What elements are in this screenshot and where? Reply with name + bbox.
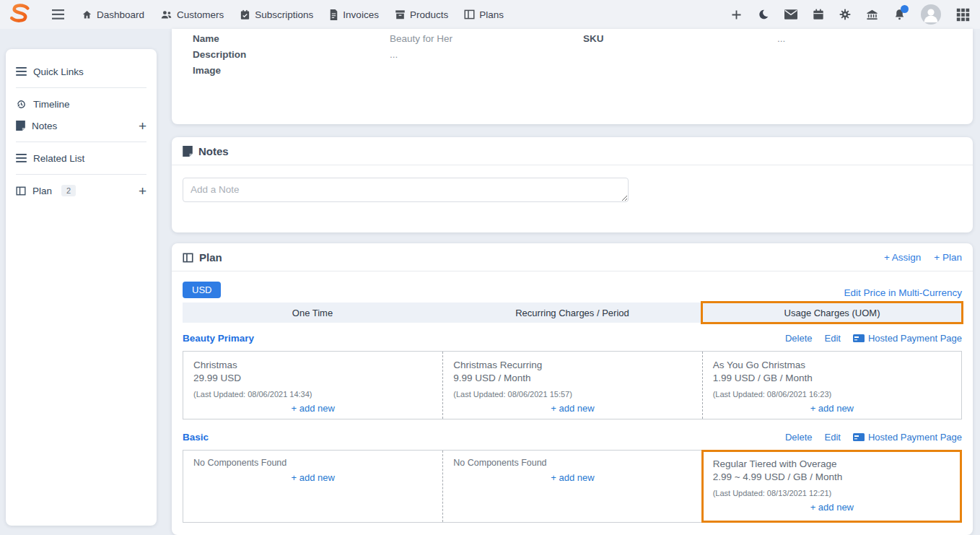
- tab-one-time[interactable]: One Time: [183, 303, 442, 323]
- add-new-link[interactable]: + add new: [453, 472, 691, 483]
- navbar-actions: [730, 4, 970, 25]
- nav-item-customers[interactable]: Customers: [160, 9, 224, 20]
- add-new-link[interactable]: + add new: [453, 403, 691, 414]
- edit-plan-link[interactable]: Edit: [825, 333, 841, 344]
- add-new-link[interactable]: + add new: [713, 502, 951, 513]
- add-button[interactable]: [730, 9, 743, 21]
- component-cell-empty: No Components Found + add new: [442, 451, 701, 522]
- gear-icon[interactable]: [839, 9, 851, 20]
- plan-group-header: Basic Delete Edit Hosted Payment Page: [183, 432, 962, 443]
- component-price: 1.99 USD / GB / Month: [713, 372, 951, 385]
- product-sku-label: SKU: [583, 32, 777, 45]
- mail-icon[interactable]: [784, 9, 797, 19]
- new-plan-link[interactable]: + Plan: [934, 252, 962, 263]
- no-components-label: No Components Found: [453, 458, 691, 468]
- component-cell: Christmas 29.99 USD (Last Updated: 08/06…: [183, 352, 442, 419]
- component-price: 29.99 USD: [193, 372, 432, 385]
- component-name: Regular Tiered with Overage: [713, 458, 951, 471]
- add-new-link[interactable]: + add new: [193, 403, 432, 414]
- component-price: 2.99 ~ 4.99 USD / GB / Month: [713, 471, 951, 484]
- history-icon: [16, 99, 27, 110]
- credit-card-icon: [853, 433, 865, 441]
- user-avatar[interactable]: [921, 4, 941, 25]
- invoice-icon: [329, 9, 338, 20]
- nav-item-dashboard[interactable]: Dashboard: [82, 9, 144, 20]
- quick-links-header[interactable]: Quick Links: [16, 61, 146, 82]
- sidebar-item-timeline[interactable]: Timeline: [16, 93, 146, 115]
- columns-icon: [16, 186, 26, 196]
- notification-dot: [901, 5, 909, 13]
- tab-usage-charges[interactable]: Usage Charges (UOM): [702, 303, 962, 323]
- delete-plan-link[interactable]: Delete: [785, 333, 813, 344]
- notes-card: Notes: [172, 137, 973, 232]
- component-cell: Christmas Recurring 9.99 USD / Month (La…: [442, 352, 701, 419]
- hosted-payment-page-link[interactable]: Hosted Payment Page: [853, 432, 962, 443]
- hosted-payment-page-link[interactable]: Hosted Payment Page: [853, 333, 962, 344]
- app-logo[interactable]: [7, 2, 32, 27]
- add-note-button[interactable]: +: [139, 119, 146, 133]
- product-name-label: Name: [193, 32, 390, 45]
- nav-item-invoices[interactable]: Invoices: [329, 9, 379, 20]
- delete-plan-link[interactable]: Delete: [785, 432, 813, 443]
- calendar-icon[interactable]: [813, 9, 824, 20]
- components-table: No Components Found + add new No Compone…: [183, 450, 962, 523]
- product-sku-value: ...: [777, 32, 973, 45]
- credit-card-icon: [853, 334, 865, 342]
- nav-item-plans[interactable]: Plans: [464, 9, 504, 20]
- component-price: 9.99 USD / Month: [453, 372, 691, 385]
- product-description-value: ...: [390, 48, 583, 61]
- bank-icon[interactable]: [866, 9, 878, 20]
- edit-plan-link[interactable]: Edit: [825, 432, 841, 443]
- component-cell-empty: No Components Found + add new: [183, 451, 442, 522]
- sidebar-item-notes[interactable]: Notes +: [16, 115, 146, 136]
- nav-item-products[interactable]: Products: [395, 9, 448, 20]
- main-nav: Dashboard Customers Subscriptions: [82, 9, 504, 20]
- tab-recurring-charges[interactable]: Recurring Charges / Period: [442, 303, 702, 323]
- add-new-link[interactable]: + add new: [193, 472, 432, 483]
- dark-mode-toggle-icon[interactable]: [758, 9, 769, 20]
- component-cell-highlighted: Regular Tiered with Overage 2.99 ~ 4.99 …: [702, 451, 961, 522]
- components-table: Christmas 29.99 USD (Last Updated: 08/06…: [183, 351, 962, 419]
- calendar-check-icon: [240, 9, 250, 20]
- notifications-bell-icon[interactable]: [893, 8, 906, 21]
- list-icon: [16, 67, 27, 76]
- quick-links-sidebar: Quick Links Timeline Notes +: [6, 49, 157, 526]
- component-name: Christmas Recurring: [453, 359, 691, 372]
- plan-count-badge: 2: [61, 185, 76, 196]
- component-cell: As You Go Christmas 1.99 USD / GB / Mont…: [702, 352, 961, 419]
- menu-toggle-icon[interactable]: [52, 9, 64, 19]
- add-plan-button[interactable]: +: [139, 184, 146, 198]
- divider: [16, 87, 146, 88]
- add-new-link[interactable]: + add new: [713, 403, 951, 414]
- plan-group-header: Beauty Primary Delete Edit Hosted Paymen…: [183, 333, 962, 344]
- note-icon: [16, 121, 25, 131]
- note-icon: [183, 146, 193, 157]
- divider: [16, 142, 146, 142]
- plan-group-name[interactable]: Basic: [183, 432, 209, 443]
- currency-usd-badge[interactable]: USD: [183, 282, 221, 298]
- nav-item-subscriptions[interactable]: Subscriptions: [240, 9, 313, 20]
- component-last-updated: (Last Updated: 08/06/2021 14:34): [193, 390, 432, 399]
- plan-group-name[interactable]: Beauty Primary: [183, 333, 254, 344]
- add-note-input[interactable]: [183, 178, 629, 202]
- component-last-updated: (Last Updated: 08/06/2021 15:57): [453, 390, 691, 399]
- no-components-label: No Components Found: [193, 458, 432, 468]
- component-name: As You Go Christmas: [713, 359, 951, 372]
- edit-multi-currency-link[interactable]: Edit Price in Multi-Currency: [844, 287, 962, 298]
- archive-icon: [395, 9, 406, 19]
- assign-plan-link[interactable]: + Assign: [884, 252, 921, 263]
- notes-title: Notes: [198, 145, 229, 157]
- apps-grid-icon[interactable]: [956, 8, 970, 22]
- component-last-updated: (Last Updated: 08/13/2021 12:21): [713, 489, 951, 497]
- related-list-header[interactable]: Related List: [16, 147, 146, 169]
- product-description-label: Description: [193, 48, 390, 61]
- product-image-label: Image: [193, 64, 390, 77]
- component-last-updated: (Last Updated: 08/06/2021 16:23): [713, 390, 951, 399]
- divider: [16, 174, 146, 175]
- home-icon: [82, 9, 92, 20]
- top-navbar: Dashboard Customers Subscriptions: [0, 0, 980, 29]
- sidebar-item-plan[interactable]: Plan 2 +: [16, 180, 146, 201]
- plan-card: Plan + Assign + Plan USD Edit Price in M…: [172, 243, 973, 535]
- columns-icon: [464, 9, 475, 19]
- component-name: Christmas: [193, 359, 432, 372]
